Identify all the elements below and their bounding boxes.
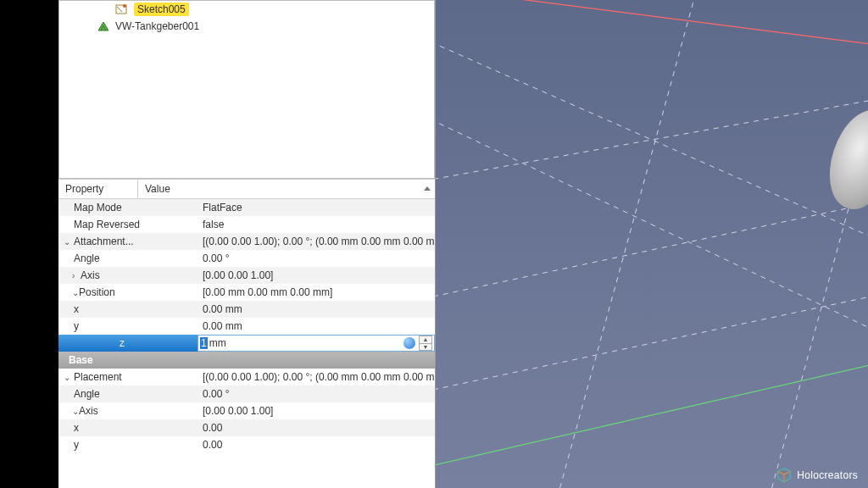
svg-line-9 [554,0,698,488]
globe-icon[interactable] [403,337,415,349]
svg-line-10 [766,0,868,488]
chevron-down-icon[interactable]: ⌄ [62,407,72,416]
row-map-reversed[interactable]: Map Reversed false [58,216,435,233]
tree-view[interactable]: Sketch005 VW-Tankgeber001 [58,0,435,179]
tree-item-label: VW-Tankgeber001 [115,20,199,32]
row-base-header: Base [58,352,435,369]
svg-line-4 [436,25,868,254]
row-pl-axis[interactable]: ⌄Axis [0.00 0.00 1.00] [58,402,435,419]
property-header-key: Property [58,180,138,198]
row-attachment[interactable]: ⌄Attachment... [(0.00 0.00 1.00); 0.00 °… [58,233,435,250]
svg-line-3 [436,356,868,474]
logo-icon [776,468,792,483]
row-att-angle[interactable]: Angle 0.00 ° [58,250,435,267]
mesh-icon [97,20,110,32]
svg-line-2 [436,0,868,49]
sketch-icon [115,3,129,15]
chevron-right-icon[interactable]: › [62,271,72,280]
property-header-val: Value [138,180,435,198]
z-input-field[interactable]: 1 mm ▲ ▼ [198,335,435,352]
z-unit: mm [209,337,226,349]
watermark-text: Holocreators [797,469,858,481]
row-pl-y[interactable]: y 0.00 [58,436,435,453]
chevron-down-icon[interactable]: ⌄ [62,237,72,247]
row-att-x[interactable]: x 0.00 mm [58,301,435,318]
row-att-z-editing[interactable]: z 1 mm ▲ ▼ [58,335,435,352]
row-placement[interactable]: ⌄Placement [(0.00 0.00 1.00); 0.00 °; (0… [58,369,435,385]
property-header: Property Value [58,179,435,199]
svg-line-7 [436,195,868,305]
svg-line-6 [436,93,868,186]
3d-viewport[interactable] [436,0,868,488]
spinbox[interactable]: ▲ ▼ [419,336,432,351]
spin-down-icon[interactable]: ▼ [420,344,431,351]
row-att-y[interactable]: y 0.00 mm [58,318,435,335]
row-pl-x[interactable]: x 0.00 [58,419,435,436]
tree-item-label: Sketch005 [134,3,189,16]
left-panel: Sketch005 VW-Tankgeber001 Property Value… [58,0,436,488]
chevron-down-icon[interactable]: ⌄ [62,288,72,297]
chevron-down-icon[interactable]: ⌄ [62,373,72,382]
watermark: Holocreators [776,468,858,483]
tree-item-mesh[interactable]: VW-Tankgeber001 [64,18,429,35]
row-att-axis[interactable]: ›Axis [0.00 0.00 1.00] [58,267,435,284]
tree-item-sketch[interactable]: Sketch005 [64,1,429,18]
z-value-selected[interactable]: 1 [200,337,208,349]
spin-up-icon[interactable]: ▲ [420,336,431,344]
viewport-grid [436,0,868,488]
row-att-position[interactable]: ⌄Position [0.00 mm 0.00 mm 0.00 mm] [58,284,435,301]
app-frame: Sketch005 VW-Tankgeber001 Property Value… [58,0,868,488]
svg-point-1 [123,4,126,8]
row-map-mode[interactable]: Map Mode FlatFace [58,199,435,216]
property-body: Map Mode FlatFace Map Reversed false ⌄At… [58,199,435,488]
property-panel: Property Value Map Mode FlatFace Map Rev… [58,179,435,488]
row-pl-angle[interactable]: Angle 0.00 ° [58,385,435,402]
svg-line-8 [436,288,868,398]
scroll-up-icon[interactable] [420,179,435,199]
